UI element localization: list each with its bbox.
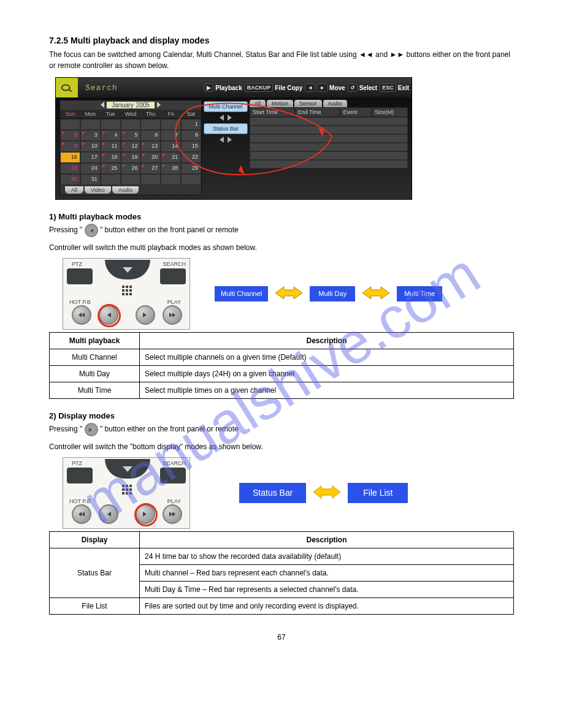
event-tab-sensor[interactable]: Sensor [294, 100, 322, 107]
calendar-day[interactable]: 2 [60, 130, 80, 141]
calendar-day[interactable]: 19 [121, 152, 141, 163]
calendar-day[interactable]: 12 [121, 141, 141, 152]
calendar-day[interactable] [161, 174, 181, 185]
fast-forward-icon [163, 504, 182, 524]
double-arrow-icon [362, 284, 389, 303]
event-tab-audio[interactable]: Audio [323, 100, 347, 107]
table-row[interactable] [250, 160, 408, 169]
svg-marker-1 [275, 287, 302, 299]
event-list[interactable]: All Motion Sensor Audio Start Time End T… [250, 100, 408, 195]
section-heading: 7.2.5 Multi playback and display modes [49, 36, 514, 45]
event-tab-motion[interactable]: Motion [267, 100, 293, 107]
calendar-tab-all[interactable]: All [65, 186, 83, 194]
exit-tool[interactable]: ESCExit [380, 83, 409, 92]
calendar-day[interactable]: 20 [140, 152, 161, 163]
calendar-day[interactable]: 29 [181, 163, 201, 174]
search-title: Search [80, 83, 171, 93]
calendar-day[interactable]: 26 [121, 163, 141, 174]
table-row[interactable] [250, 134, 408, 143]
label-play: PLAY [167, 498, 181, 504]
calendar-dow: Sat [181, 110, 201, 119]
label-hotpb: HOT P.B [69, 299, 91, 305]
calendar-day[interactable]: 27 [140, 163, 161, 174]
calendar-tab-audio[interactable]: Audio [112, 186, 139, 194]
calendar-day[interactable]: 8 [181, 130, 201, 141]
label-ptz: PTZ [72, 460, 82, 466]
table-row[interactable] [250, 143, 408, 151]
table-row[interactable] [250, 151, 408, 160]
calendar-day[interactable] [181, 174, 201, 185]
playback-tool[interactable]: ▶Playback [204, 83, 242, 92]
calendar-day[interactable]: 18 [101, 152, 121, 163]
search-button [160, 468, 186, 483]
calendar-day[interactable]: 9 [60, 141, 80, 152]
calendar-day[interactable]: 11 [101, 141, 121, 152]
skip-back-icon [99, 305, 118, 325]
calendar-day[interactable]: 3 [80, 130, 101, 141]
calendar-day[interactable]: 13 [140, 141, 161, 152]
table-row: Multi DaySelect multiple days (24H) on a… [50, 366, 514, 382]
calendar-day[interactable]: 14 [161, 141, 181, 152]
multi-play-para1: Pressing " " button either on the front … [49, 224, 514, 237]
calendar-day[interactable] [121, 174, 141, 185]
calendar-day[interactable]: 15 [181, 141, 201, 152]
event-tab-all[interactable]: All [250, 100, 266, 107]
table-row[interactable] [250, 117, 408, 126]
calendar-day[interactable] [60, 119, 80, 130]
dpad-down-icon [105, 459, 150, 479]
calendar-dow: Fri [161, 110, 181, 119]
calendar-dow: Wed [121, 110, 141, 119]
calendar-day[interactable] [140, 119, 161, 130]
calendar-day[interactable]: 17 [80, 152, 101, 163]
calendar-day[interactable]: 4 [101, 130, 121, 141]
calendar-day[interactable]: 22 [181, 152, 201, 163]
calendar-day[interactable]: 21 [161, 152, 181, 163]
calendar-day[interactable] [80, 119, 101, 130]
fast-forward-icon [163, 305, 182, 325]
dvr-search-screenshot: Search ▶Playback BACKUPFile Copy ◄►Move … [55, 77, 412, 200]
multi-channel-button[interactable]: Multi Channel [204, 101, 248, 112]
calendar-day[interactable]: 23 [60, 163, 80, 174]
calendar-day[interactable]: 25 [101, 163, 121, 174]
status-bar-button[interactable]: Status Bar [204, 123, 248, 134]
table-row[interactable] [250, 126, 408, 134]
calendar-day[interactable]: 30 [60, 174, 80, 185]
calendar-day[interactable]: 24 [80, 163, 101, 174]
calendar-day[interactable] [121, 119, 141, 130]
th-desc: Description [140, 532, 514, 548]
select-tool[interactable]: ↺Select [348, 83, 377, 92]
arrows-icon [220, 115, 232, 121]
move-tool[interactable]: ◄►Move [305, 83, 345, 92]
remote-illustration: PTZ SEARCH HOT P.B PLAY [63, 457, 190, 529]
calendar-day[interactable]: 16 [60, 152, 80, 163]
calendar-day[interactable] [101, 174, 121, 185]
calendar-day[interactable]: 7 [161, 130, 181, 141]
multi-play-para2: Controller will switch the multi playbac… [49, 242, 514, 253]
backup-tool[interactable]: BACKUPFile Copy [245, 83, 303, 92]
cal-next-icon[interactable] [157, 102, 161, 108]
skip-back-icon [85, 224, 98, 237]
cal-prev-icon[interactable] [101, 102, 104, 108]
box-multi-day: Multi Day [310, 286, 355, 301]
calendar-day[interactable]: 1 [181, 119, 201, 130]
skip-forward-icon [136, 504, 155, 524]
calendar-day[interactable]: 28 [161, 163, 181, 174]
calendar-month[interactable]: January2005 [107, 102, 155, 108]
ptz-button [67, 468, 93, 483]
label-play: PLAY [167, 299, 181, 305]
calendar-day[interactable] [101, 119, 121, 130]
calendar-day[interactable]: 10 [80, 141, 101, 152]
calendar-tab-video[interactable]: Video [85, 186, 111, 194]
th-display: Display [50, 532, 140, 548]
th-desc: Description [140, 333, 514, 349]
calendar-day[interactable] [140, 174, 161, 185]
calendar-day[interactable]: 6 [140, 130, 161, 141]
th-mode: Multi playback [50, 333, 140, 349]
calendar-day[interactable]: 31 [80, 174, 101, 185]
calendar-day[interactable]: 5 [121, 130, 141, 141]
col-start: Start Time [250, 107, 295, 117]
box-file-list: File List [348, 483, 408, 503]
grid-icon [122, 485, 132, 495]
calendar[interactable]: January2005 SunMonTueWedThuFriSat 123456… [59, 100, 202, 195]
calendar-day[interactable] [161, 119, 181, 130]
